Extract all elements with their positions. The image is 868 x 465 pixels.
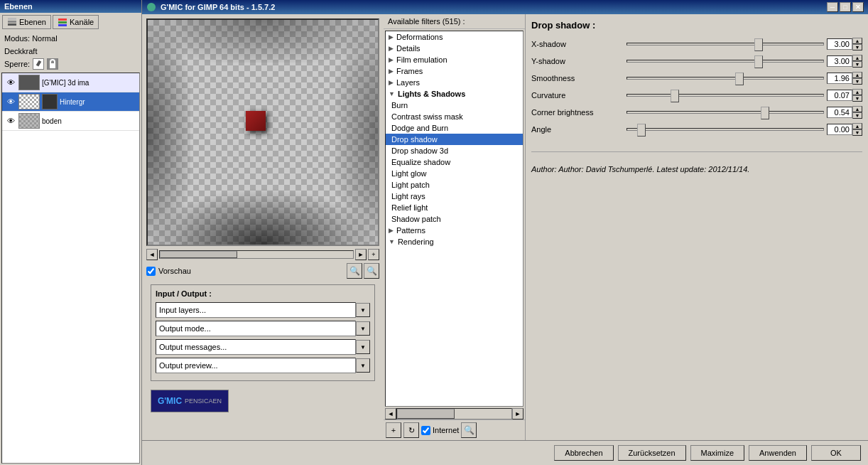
filter-category-deformations[interactable]: ▶ Deformations [386,31,523,43]
hscroll-track[interactable] [396,408,512,419]
param-thumb-yshadow[interactable] [754,55,763,68]
input-layers-select[interactable]: Input layers... [156,302,356,318]
refresh-button[interactable]: ↻ [403,422,419,438]
param-thumb-smoothness[interactable] [735,73,744,85]
spin-down-button[interactable]: ▼ [852,112,862,119]
output-messages-dropdown[interactable]: ▼ [356,340,370,354]
filter-category-lights-shadows[interactable]: ▼ Lights & Shadows [386,88,523,100]
filter-list[interactable]: ▶ Deformations ▶ Details ▶ Film emulatio… [385,31,523,407]
layer-visibility-toggle[interactable]: 👁 [5,115,16,127]
internet-checkbox[interactable] [421,426,430,435]
ok-button[interactable]: OK [811,445,861,461]
close-button[interactable]: ✕ [852,2,864,12]
param-spin-angle: ▲ ▼ [852,123,862,136]
spin-down-button[interactable]: ▼ [852,78,862,85]
maximize-button[interactable]: □ [840,2,851,12]
logo-area: G'MIC PENSICAEN [146,387,379,415]
param-slider-corner-brightness[interactable] [626,111,824,114]
expand-icon: ▶ [389,227,394,234]
filter-category-rendering[interactable]: ▼ Rendering [386,236,523,247]
spin-up-button[interactable]: ▲ [852,38,862,44]
filter-item-burn[interactable]: Burn [386,100,523,111]
filter-item-drop-shadow-3d[interactable]: Drop shadow 3d [386,145,523,156]
scroll-left-button[interactable]: ◄ [146,249,158,260]
spin-down-button[interactable]: ▼ [852,44,862,50]
layers-tab[interactable]: Ebenen [2,15,51,29]
hscroll-right-button[interactable]: ► [512,408,523,419]
param-thumb-curvature[interactable] [671,90,679,102]
scroll-expand-button[interactable]: + [368,249,379,260]
output-mode-select[interactable]: Output mode... [156,321,356,336]
scrollbar-track[interactable] [159,250,354,259]
hscroll-left-button[interactable]: ◄ [385,408,396,419]
layer-visibility-toggle[interactable]: 👁 [5,77,16,88]
spin-down-button[interactable]: ▼ [852,95,862,102]
spin-up-button[interactable]: ▲ [852,123,862,129]
layer-item[interactable]: 👁 boden [2,112,139,131]
filter-item-light-patch[interactable]: Light patch [386,179,523,191]
filter-category-patterns[interactable]: ▶ Patterns [386,225,523,236]
filter-item-drop-shadow[interactable]: Drop shadow [386,134,523,145]
maximize-button[interactable]: Maximize [690,445,744,461]
param-spin-smoothness: ▲ ▼ [852,72,862,85]
filter-item-relief-light[interactable]: Relief light [386,202,523,213]
param-slider-angle[interactable] [626,128,824,131]
layer-thumbnail [18,113,40,129]
add-filter-button[interactable]: + [386,422,401,438]
internet-checkbox-row: Internet [421,426,459,435]
zoom-out-button[interactable]: 🔍 [347,263,362,279]
app-icon [146,2,156,12]
layer-item[interactable]: 👁 Hintergr [2,92,139,112]
filter-item-light-glow[interactable]: Light glow [386,168,523,179]
param-thumb-corner-brightness[interactable] [761,107,769,119]
abbrechen-button[interactable]: Abbrechen [554,445,613,461]
param-slider-yshadow[interactable] [626,60,824,63]
filter-category-frames[interactable]: ▶ Frames [386,65,523,77]
preview-canvas [146,18,379,246]
vorschau-checkbox[interactable] [146,267,156,276]
scroll-right-button[interactable]: ► [355,249,367,260]
filter-item-light-rays[interactable]: Light rays [386,191,523,202]
lock-row: Sperre: [0,57,141,71]
output-mode-dropdown[interactable]: ▼ [356,321,370,336]
zurucksetzen-button[interactable]: Zurücksetzen [618,445,686,461]
layer-visibility-toggle[interactable]: 👁 [5,96,16,107]
filter-search-button[interactable]: 🔍 [461,422,477,438]
layer-mask-thumbnail [42,94,58,109]
zoom-in-button[interactable]: 🔍 [364,263,379,279]
expand-icon: ▶ [389,79,394,86]
anwenden-button[interactable]: Anwenden [749,445,807,461]
param-label: Curvature [531,91,624,100]
param-slider-smoothness[interactable] [626,77,824,80]
filter-category-details[interactable]: ▶ Details [386,43,523,54]
spin-up-button[interactable]: ▲ [852,72,862,78]
spin-up-button[interactable]: ▲ [852,106,862,112]
lock-fill-icon [48,59,58,69]
filter-category-film-emulation[interactable]: ▶ Film emulation [386,54,523,65]
spin-up-button[interactable]: ▲ [852,55,862,61]
filter-category-layers[interactable]: ▶ Layers [386,77,523,88]
lock-icon2[interactable] [47,58,58,70]
filter-item-contrast-swiss-mask[interactable]: Contrast swiss mask [386,111,523,122]
output-preview-select[interactable]: Output preview... [156,358,356,373]
spin-down-button[interactable]: ▼ [852,129,862,136]
param-slider-xshadow[interactable] [626,43,824,46]
param-thumb-angle[interactable] [637,124,646,137]
output-preview-dropdown[interactable]: ▼ [356,358,370,373]
filter-item-shadow-patch[interactable]: Shadow patch [386,213,523,225]
spin-up-button[interactable]: ▲ [852,89,862,95]
param-thumb-xshadow[interactable] [754,38,763,51]
spin-down-button[interactable]: ▼ [852,61,862,68]
hscroll-thumb[interactable] [397,409,455,419]
input-layers-dropdown[interactable]: ▼ [356,303,370,317]
window-titlebar: G'MIC for GIMP 64 bits - 1.5.7.2 ─ □ ✕ [142,0,868,14]
layer-item[interactable]: 👁 [G'MIC] 3d ima [2,73,139,92]
channels-tab[interactable]: Kanäle [53,15,99,29]
output-messages-select[interactable]: Output messages... [156,339,356,355]
lock-icon1[interactable] [33,58,44,70]
param-slider-curvature[interactable] [626,94,824,97]
scrollbar-thumb[interactable] [160,251,237,258]
minimize-button[interactable]: ─ [827,2,838,12]
filter-item-equalize-shadow[interactable]: Equalize shadow [386,156,523,168]
filter-item-dodge-and-burn[interactable]: Dodge and Burn [386,122,523,134]
